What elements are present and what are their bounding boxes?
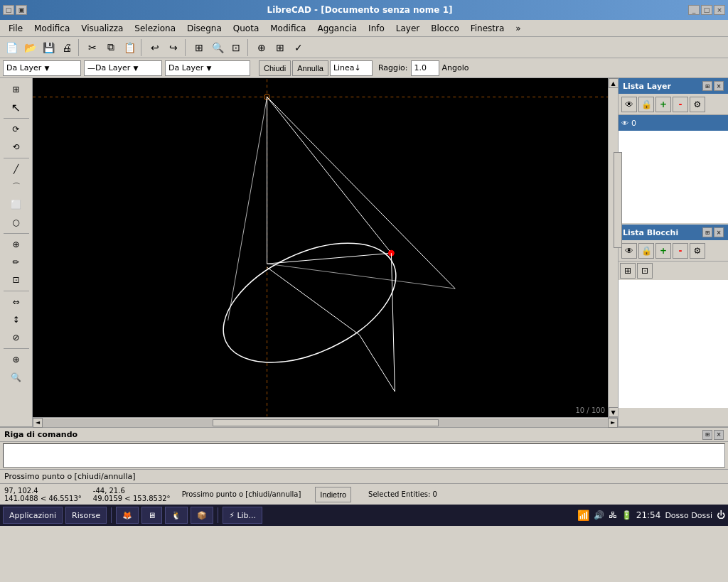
scroll-left-button[interactable]: ◄ [33,418,43,428]
lista-blocchi-close[interactable]: × [714,227,724,237]
vertical-scrollbar[interactable]: ▲ ▼ [608,78,618,417]
chiudi-button[interactable]: Chiudi [259,60,291,76]
blocchi-eye-btn[interactable]: 👁 [621,243,637,259]
layer-0-item[interactable]: 👁 0 [619,115,728,131]
command-input[interactable] [3,443,725,468]
doc-icon[interactable]: ▣ [16,5,27,15]
undo-button[interactable]: ↩ [146,39,164,56]
menu-quota[interactable]: Quota [228,22,264,35]
layer-lock-btn[interactable]: 🔒 [638,97,654,112]
blocchi-add-btn[interactable]: + [655,243,671,259]
cut-button[interactable]: ✂ [84,39,101,56]
lt-snap[interactable]: ⊕ [3,351,30,368]
drawing-canvas[interactable] [33,78,608,417]
canvas-container[interactable]: 10 / 100 [33,78,608,417]
lt-rotate1[interactable]: ⟳ [3,121,30,138]
new-button[interactable]: 📄 [3,39,20,56]
cmd-close-btn[interactable]: × [714,430,724,440]
menu-layer[interactable]: Layer [390,22,425,35]
lt-arc[interactable]: ⌒ [3,178,30,195]
open-button[interactable]: 📂 [21,39,38,56]
lt-trim[interactable]: ⊘ [3,329,30,346]
menu-file[interactable]: File [3,22,28,35]
layer-eye-btn[interactable]: 👁 [621,97,637,112]
lt-mirror[interactable]: ⇔ [3,293,30,311]
lista-layer-content [619,131,728,223]
lt-zoom[interactable]: 🔍 [3,369,30,386]
taskbar-apps[interactable]: Applicazioni [3,507,63,524]
linewidth-select[interactable]: Da Layer ▼ [165,60,250,76]
grid-button[interactable]: ⊞ [272,39,289,56]
radius-input[interactable]: 1.0 [411,60,439,76]
menu-more[interactable]: » [510,22,526,35]
lt-select[interactable]: ⊞ [3,81,30,98]
menu-blocco[interactable]: Blocco [425,22,464,35]
lt-edit[interactable]: ✏ [3,254,30,271]
select-button[interactable]: ⊞ [191,39,208,56]
lt-rect[interactable]: ⬜ [3,196,30,213]
annulla-button[interactable]: Annulla [292,60,328,76]
zoom-in-button[interactable]: 🔍 [209,39,226,56]
blocchi-settings-btn[interactable]: ⚙ [690,243,705,259]
main-area: ⊞ ↖ ⟳ ⟲ ╱ ⌒ ⬜ ○ ⊕ ✏ ⊡ ⇔ ↕ ⊘ ⊕ 🔍 [0,78,728,426]
taskbar-penguin[interactable]: 🐧 [165,507,188,524]
taskbar-resources[interactable]: Risorse [65,507,107,524]
hscroll-track[interactable] [43,419,608,427]
line-type-dropdown[interactable]: Linea↓ [330,60,373,76]
lista-layer-options[interactable]: ⊞ [702,81,712,91]
taskbar-firefox[interactable]: 🦊 [116,507,139,524]
menu-aggancia[interactable]: Aggancia [311,22,363,35]
blocchi-insert-btn[interactable]: ⊞ [620,263,636,279]
minimize-button[interactable]: _ [688,5,700,15]
save-button[interactable]: 💾 [40,39,57,56]
command-prompt-bar: Prossimo punto o [chiudi/annulla] [0,469,728,483]
scroll-up-button[interactable]: ▲ [609,78,619,88]
menu-seleziona[interactable]: Seleziona [129,22,181,35]
lt-cross[interactable]: ⊕ [3,236,30,253]
prompt-text: Prossimo punto o [chiudi/annulla] [182,490,301,498]
scroll-down-button[interactable]: ▼ [609,407,619,417]
copy-button[interactable]: ⧉ [102,39,119,56]
lista-layer-close[interactable]: × [714,81,724,91]
lt-scale[interactable]: ↕ [3,311,30,328]
color-select[interactable]: Da Layer ▼ [3,60,81,76]
horizontal-scrollbar[interactable]: ◄ ► [33,417,618,427]
scroll-right-button[interactable]: ► [608,418,618,428]
cmd-options-btn[interactable]: ⊞ [702,430,712,440]
layer-add-btn[interactable]: + [655,97,671,112]
back-button[interactable]: Indietro [315,487,351,502]
print-button[interactable]: 🖨 [58,39,75,56]
paste-button[interactable]: 📋 [121,39,138,56]
taskbar-power[interactable]: ⏻ [717,510,725,520]
menu-visualizza[interactable]: Visualizza [75,22,129,35]
linetype-select[interactable]: —Da Layer ▼ [84,60,162,76]
snap-button[interactable]: ⊕ [253,39,270,56]
redo-button[interactable]: ↪ [165,39,182,56]
taskbar-terminal[interactable]: 🖥 [141,507,162,524]
lista-blocchi-options[interactable]: ⊞ [702,227,712,237]
taskbar-box[interactable]: 📦 [191,507,213,524]
hscroll-thumb[interactable] [213,419,439,426]
ortho-button[interactable]: ✓ [290,39,307,56]
layer-remove-btn[interactable]: - [673,97,688,112]
lt-arrow[interactable]: ↖ [3,99,30,116]
maximize-button[interactable]: □ [701,5,712,15]
vscroll-thumb[interactable] [614,152,622,248]
app-menu-icon[interactable]: □ [3,5,14,15]
zoom-fit-button[interactable]: ⊡ [228,39,245,56]
menu-modifica2[interactable]: Modifica [264,22,311,35]
menu-info[interactable]: Info [363,22,390,35]
blocchi-create-btn[interactable]: ⊡ [637,263,653,279]
close-button[interactable]: × [714,5,725,15]
lt-circle[interactable]: ○ [3,214,30,231]
lt-line[interactable]: ╱ [3,161,30,178]
layer-settings-btn[interactable]: ⚙ [690,97,705,112]
blocchi-lock-btn[interactable]: 🔒 [638,243,654,259]
menu-disegna[interactable]: Disegna [181,22,228,35]
lt-grid[interactable]: ⊡ [3,271,30,289]
lt-rotate2[interactable]: ⟲ [3,139,30,156]
menu-finestra[interactable]: Finestra [465,22,510,35]
menu-modifica1[interactable]: Modifica [28,22,75,35]
blocchi-remove-btn[interactable]: - [673,243,688,259]
taskbar-librecad[interactable]: ⚡ Lib... [223,507,262,524]
